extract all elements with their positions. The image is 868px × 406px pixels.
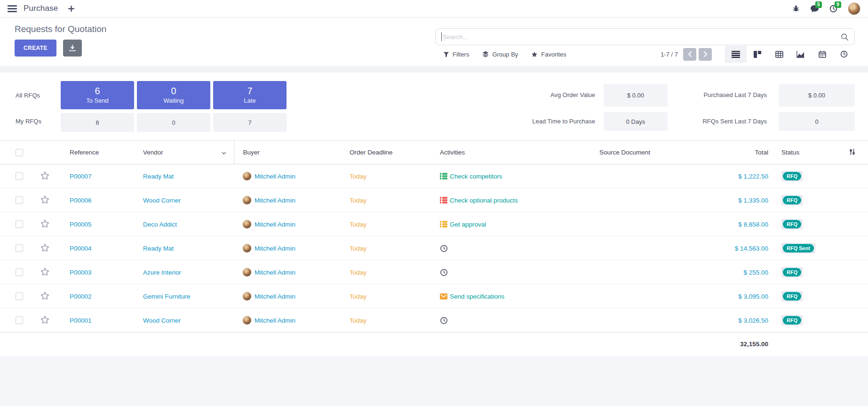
table-row[interactable]: P00004 Ready Mat Mitchell Admin Today $ … <box>0 236 868 260</box>
order-deadline[interactable]: Today <box>350 245 366 252</box>
search-icon[interactable] <box>841 33 849 41</box>
source-document-cell[interactable] <box>591 236 681 260</box>
purchased-last-7-days-label: Purchased Last 7 Days <box>649 91 767 98</box>
list-view-button[interactable] <box>725 46 747 63</box>
reference-link[interactable]: P00005 <box>70 221 92 228</box>
header-vendor[interactable]: Vendor <box>132 141 234 164</box>
app-title[interactable]: Purchase <box>24 4 58 13</box>
table-row[interactable]: P00003 Azure Interior Mitchell Admin Tod… <box>0 260 868 284</box>
row-checkbox[interactable] <box>16 292 23 300</box>
total-amount[interactable]: $ 3,095.00 <box>738 293 768 300</box>
optional-columns-button[interactable] <box>815 141 868 164</box>
table-row[interactable]: P00007 Ready Mat Mitchell Admin Today Ch… <box>0 164 868 188</box>
calendar-view-button[interactable] <box>812 46 833 63</box>
total-amount[interactable]: $ 1,222.50 <box>738 173 768 180</box>
row-checkbox[interactable] <box>16 220 23 228</box>
order-deadline[interactable]: Today <box>350 317 366 324</box>
search-input[interactable] <box>443 33 841 41</box>
table-row[interactable]: P00006 Wood Corner Mitchell Admin Today … <box>0 188 868 212</box>
activities-clock-icon[interactable]: 9 <box>829 5 837 13</box>
source-document-cell[interactable] <box>591 164 681 188</box>
order-deadline[interactable]: Today <box>350 293 366 300</box>
create-button[interactable]: CREATE <box>15 40 56 57</box>
user-avatar[interactable] <box>848 2 860 15</box>
stat-late-button[interactable]: 7Late <box>213 81 287 109</box>
vendor-link[interactable]: Gemini Furniture <box>143 293 191 300</box>
order-deadline[interactable]: Today <box>350 269 366 276</box>
reference-link[interactable]: P00006 <box>70 197 92 204</box>
my-to-send-cell[interactable]: 6 <box>61 113 134 132</box>
order-deadline[interactable]: Today <box>350 221 366 228</box>
filters-button[interactable]: Filters <box>435 51 476 58</box>
pivot-view-button[interactable] <box>768 46 790 63</box>
stat-waiting-button[interactable]: 0Waiting <box>137 81 210 109</box>
total-amount[interactable]: $ 255.00 <box>743 269 768 276</box>
favorite-star-icon[interactable] <box>40 195 49 204</box>
export-download-button[interactable] <box>63 40 82 57</box>
my-waiting-cell[interactable]: 0 <box>137 113 210 132</box>
total-amount[interactable]: $ 8,658.00 <box>738 221 768 228</box>
table-row[interactable]: P00001 Wood Corner Mitchell Admin Today … <box>0 309 868 333</box>
row-checkbox[interactable] <box>16 196 23 204</box>
total-amount[interactable]: $ 3,026.50 <box>738 317 768 324</box>
order-deadline[interactable]: Today <box>350 197 366 204</box>
apps-menu-icon[interactable] <box>8 5 17 12</box>
source-document-cell[interactable] <box>591 188 681 212</box>
favorite-star-icon[interactable] <box>40 244 49 252</box>
favorite-star-icon[interactable] <box>40 268 49 276</box>
reference-link[interactable]: P00004 <box>70 245 92 252</box>
my-late-cell[interactable]: 7 <box>213 113 287 132</box>
row-checkbox[interactable] <box>16 172 23 180</box>
vendor-link[interactable]: Ready Mat <box>143 245 174 252</box>
table-row[interactable]: P00002 Gemini Furniture Mitchell Admin T… <box>0 284 868 309</box>
activity-view-button[interactable] <box>833 46 855 63</box>
header-source-document[interactable]: Source Document <box>591 141 681 164</box>
header-activities[interactable]: Activities <box>436 141 591 164</box>
favorite-star-icon[interactable] <box>40 219 49 228</box>
total-amount[interactable]: $ 1,335.00 <box>738 197 768 204</box>
vendor-link[interactable]: Ready Mat <box>143 173 174 180</box>
stat-to-send-button[interactable]: 6To Send <box>61 81 134 109</box>
pager-range[interactable]: 1-7 / 7 <box>661 51 678 58</box>
favorite-star-icon[interactable] <box>40 316 49 324</box>
row-checkbox[interactable] <box>16 244 23 252</box>
search-options-toolbar: Filters Group By Favorites 1-7 / 7 <box>435 46 855 63</box>
pager-next-button[interactable] <box>699 48 712 61</box>
vendor-link[interactable]: Deco Addict <box>143 221 177 228</box>
vendor-link[interactable]: Wood Corner <box>143 197 181 204</box>
header-total[interactable]: Total <box>681 141 768 164</box>
debug-bug-icon[interactable] <box>792 5 800 12</box>
vendor-link[interactable]: Azure Interior <box>143 269 181 276</box>
order-deadline[interactable]: Today <box>350 173 366 180</box>
table-row[interactable]: P00005 Deco Addict Mitchell Admin Today … <box>0 212 868 236</box>
select-all-checkbox[interactable] <box>16 149 23 156</box>
vendor-link[interactable]: Wood Corner <box>143 317 181 324</box>
reference-link[interactable]: P00007 <box>70 173 92 180</box>
reference-link[interactable]: P00003 <box>70 269 92 276</box>
row-checkbox[interactable] <box>16 317 23 324</box>
messages-icon[interactable]: 5 <box>810 5 819 13</box>
favorite-star-icon[interactable] <box>40 171 49 180</box>
plus-icon[interactable] <box>68 6 74 12</box>
total-amount[interactable]: $ 14,563.00 <box>735 245 768 252</box>
pager-previous-button[interactable] <box>683 48 696 61</box>
group-by-button[interactable]: Group By <box>476 51 525 58</box>
reference-link[interactable]: P00002 <box>70 293 92 300</box>
graph-view-button[interactable] <box>790 46 812 63</box>
activity-tasks-icon <box>440 221 447 227</box>
activity-clock-icon <box>440 317 448 325</box>
kanban-view-button[interactable] <box>747 46 768 63</box>
header-order-deadline[interactable]: Order Deadline <box>339 141 436 164</box>
header-reference[interactable]: Reference <box>56 141 132 164</box>
header-status[interactable]: Status <box>768 141 815 164</box>
source-document-cell[interactable] <box>591 260 681 284</box>
favorites-button[interactable]: Favorites <box>525 51 573 58</box>
source-document-cell[interactable] <box>591 309 681 333</box>
source-document-cell[interactable] <box>591 284 681 309</box>
buyer-avatar <box>243 244 251 252</box>
favorite-star-icon[interactable] <box>40 292 49 300</box>
reference-link[interactable]: P00001 <box>70 317 92 324</box>
source-document-cell[interactable] <box>591 212 681 236</box>
row-checkbox[interactable] <box>16 268 23 276</box>
header-buyer[interactable]: Buyer <box>234 141 339 164</box>
